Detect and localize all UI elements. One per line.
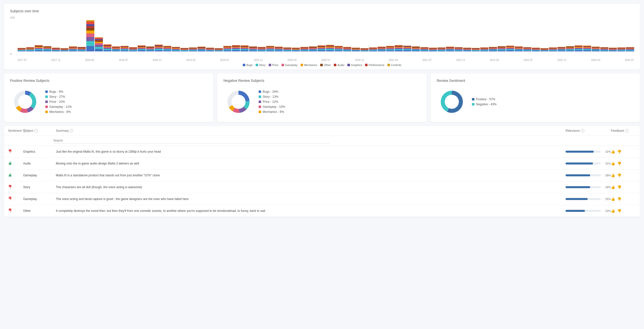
thumbdown-button[interactable]: 👎 [617,150,621,154]
bar-segment [523,51,531,51]
bar-segment [86,26,94,28]
thumbdown-button[interactable]: 👎 [617,185,621,189]
bar-group [103,20,111,51]
bar-group [420,20,428,51]
bar-segment [86,37,94,41]
bar-segment [35,50,43,51]
bar-segment [258,51,266,51]
feedback-info-icon[interactable]: i [625,129,629,133]
bar-group [549,20,557,51]
relevance-info-icon[interactable]: i [581,129,584,133]
subject-info-icon[interactable]: i [34,129,38,133]
x-axis-label: 2017 11 [51,59,60,61]
summary-cell: The characters are all dull (though, the… [56,185,566,189]
bar-segment [369,51,377,51]
bar-segment [437,51,446,51]
positive-subjects-card: Positive Review Subjects Bugs - 9%Story … [4,74,213,122]
bar-segment [43,50,51,51]
donut-legend-item: Mechanics - 8% [45,110,72,114]
donut-legend-label: Bugs - 9% [49,90,63,93]
bar-segment [163,50,171,51]
donut-legend-dot [259,106,261,108]
bar-group [69,20,77,51]
bar-segment [317,50,326,51]
table-section: Sentiment i Subject i Summary i Relevanc… [4,126,640,217]
bar-segment [566,50,574,51]
thumbup-button[interactable]: 👍 [611,161,615,166]
relevance-cell: 28% [566,186,611,189]
thumbdown-button[interactable]: 👎 [617,161,621,166]
thumbdown-button[interactable]: 👎 [617,173,621,177]
bar-segment [609,51,617,51]
x-axis-label: 2022 03 [490,59,499,61]
legend-label: Other [324,63,331,67]
bar-segment [146,50,154,51]
bar-group [386,20,394,51]
bar-segment [446,50,454,51]
col-relevance-header: Relevance i [566,129,611,133]
bar-group [283,20,291,51]
bar-segment [86,34,94,37]
bar-segment [155,50,163,51]
donut-legend-dot [45,111,48,113]
legend-label: Performance [369,63,384,67]
relevance-bar-bg [566,186,601,188]
table-row: Gameplay The voice acting and facial cap… [4,193,640,205]
thumbup-button[interactable]: 👍 [611,150,615,154]
bar-segment [18,51,26,51]
bar-group [52,20,60,51]
thumbup-button[interactable]: 👍 [611,173,615,177]
relevance-cell: 28% [566,174,611,177]
donuts-row: Positive Review Subjects Bugs - 9%Story … [4,74,640,122]
thumbup-button[interactable]: 👍 [611,185,615,189]
bar-group [232,20,240,51]
bar-segment [86,24,94,26]
bar-segment [386,50,394,51]
relevance-bar-fill [566,151,594,153]
col-subject-header: Subject i [23,129,56,133]
donut-legend-label: Negative - 43% [476,103,497,106]
bar-group [197,20,206,51]
bar-group [403,20,411,51]
sentiment-title: Review Sentiment [437,79,634,83]
bar-segment [326,50,334,51]
col-summary-header: Summary i [56,129,566,133]
thumbup-button[interactable]: 👍 [611,197,615,201]
x-axis-label: 2018 11 [152,59,162,61]
bar-segment [420,51,428,51]
donut-legend-item: Story - 27% [45,95,72,98]
summary-info-icon[interactable]: i [70,129,73,133]
positive-donut-legend: Bugs - 9%Story - 27%Price - 10%Gameplay … [45,90,72,114]
bar-segment [223,50,231,51]
bar-segment [515,50,523,51]
bar-segment [575,50,583,51]
summary-cell: Mafia III is a standalone product that s… [56,174,566,177]
x-axis-label: 2020 11 [355,59,364,61]
bar-segment [583,50,591,51]
bar-segment [463,51,471,51]
thumbdown-button[interactable]: 👎 [617,197,621,201]
thumbup-button[interactable]: 👍 [611,209,615,213]
bar-group [343,20,351,51]
relevance-cell: 31% [566,162,611,165]
donut-legend-item: Bugs - 24% [259,90,285,93]
legend-label: Graphics [351,63,362,67]
legend-item: Controls [387,63,401,67]
relevance-pct: 32% [603,150,611,153]
col-feedback-label: Feedback [611,129,624,133]
donut-legend-label: Story - 13% [263,95,278,98]
thumb-down-icon [8,149,13,153]
bar-group [326,20,334,51]
thumb-down-icon [8,184,13,189]
search-input[interactable] [53,138,330,144]
bar-group [395,20,403,51]
page: Subjects over time 429 0 2017 072017 112… [0,0,644,329]
bar-segment [95,45,103,47]
thumbdown-button[interactable]: 👎 [617,209,621,213]
donut-legend-label: Mechanics - 8% [49,110,71,114]
bar-segment [86,21,94,24]
feedback-cell: 👍 👎 [611,161,636,166]
donut-legend-dot [259,90,261,93]
x-axis-label: 2019 07 [220,59,229,61]
legend-item: Audio [334,63,344,67]
